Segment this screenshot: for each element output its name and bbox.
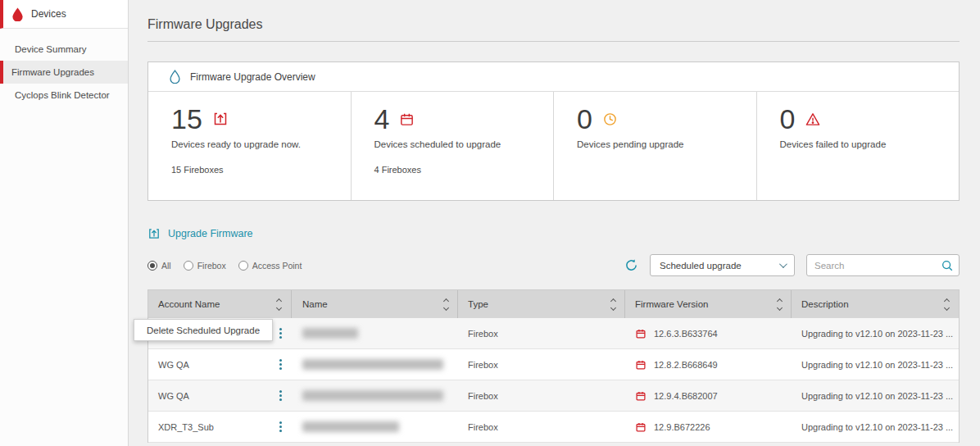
account-cell: WG QA xyxy=(148,360,292,370)
upgrade-firmware-label: Upgrade Firmware xyxy=(168,228,253,239)
stat-pending-upgrade: 0 Devices pending upgrade xyxy=(554,92,757,200)
table-controls: Scheduled upgrade xyxy=(624,254,960,276)
name-cell xyxy=(292,328,458,339)
menu-item-delete-scheduled-upgrade[interactable]: Delete Scheduled Upgrade xyxy=(147,325,260,335)
firmware-version-cell: 12.9.B672226 xyxy=(625,421,792,433)
description-cell: Upgrading to v12.10 on 2023-11-23 ... xyxy=(792,391,959,401)
stat-label: Devices pending upgrade xyxy=(577,139,748,149)
drop-outline-icon xyxy=(169,70,181,84)
table-row[interactable]: XDR_T3_Sub Firebox 12.9.B672226 Upgradin… xyxy=(148,412,959,443)
stat-sublabel: 15 Fireboxes xyxy=(171,165,343,175)
column-label: Name xyxy=(302,299,328,309)
calendar-icon xyxy=(635,390,647,402)
search-icon[interactable] xyxy=(941,259,954,272)
row-menu-button[interactable] xyxy=(279,332,282,334)
firmware-version: 12.9.4.B682007 xyxy=(654,391,718,401)
upload-icon xyxy=(212,111,229,127)
device-type-filter: All Firebox Access Point xyxy=(147,261,302,271)
account-cell: WG QA xyxy=(148,391,292,401)
name-cell xyxy=(292,421,458,432)
overview-title: Firmware Upgrade Overview xyxy=(190,71,315,83)
upload-icon xyxy=(147,227,161,240)
stat-scheduled-to-upgrade: 4 Devices scheduled to upgrade 4 Firebox… xyxy=(352,92,555,200)
upgrade-status-dropdown[interactable]: Scheduled upgrade xyxy=(650,254,795,276)
calendar-icon xyxy=(399,112,415,127)
sort-icon[interactable] xyxy=(277,299,281,310)
sidebar-item-label: Firmware Upgrades xyxy=(11,67,94,77)
stat-sublabel: 4 Fireboxes xyxy=(374,165,546,175)
firmware-version-cell: 12.8.2.B668649 xyxy=(625,359,792,371)
redacted-name-blur xyxy=(302,328,358,339)
name-cell xyxy=(292,359,458,370)
search-input[interactable] xyxy=(814,261,941,271)
filter-row: All Firebox Access Point Scheduled upgra… xyxy=(147,254,960,276)
column-label: Account Name xyxy=(158,299,220,309)
stat-value: 4 xyxy=(374,105,390,133)
description-cell: Upgrading to v12.10 on 2023-11-23 ... xyxy=(792,422,959,432)
sidebar-item-label: Device Summary xyxy=(15,44,87,54)
sidebar-header[interactable]: Devices xyxy=(0,0,128,29)
type-cell: Firebox xyxy=(458,422,625,432)
type-cell: Firebox xyxy=(458,360,625,370)
stat-failed-to-upgrade: 0 Devices failed to upgrade xyxy=(757,92,960,200)
column-header-type[interactable]: Type xyxy=(458,290,625,318)
redacted-name-blur xyxy=(302,390,443,401)
type-cell: Firebox xyxy=(458,329,625,339)
sidebar-item-cyclops-blink-detector[interactable]: Cyclops Blink Detector xyxy=(0,84,128,107)
radio-label: Access Point xyxy=(252,261,302,271)
stat-value: 0 xyxy=(577,105,592,133)
table-row[interactable]: WG QA Firebox 12.8.2.B668649 Upgrading t… xyxy=(148,349,959,380)
sidebar-item-firmware-upgrades[interactable]: Firmware Upgrades xyxy=(0,61,128,84)
column-header-description[interactable]: Description xyxy=(792,290,959,318)
chevron-down-icon xyxy=(779,260,787,268)
sidebar-header-label: Devices xyxy=(31,8,66,20)
row-menu-button[interactable] xyxy=(279,363,282,366)
row-menu-button[interactable] xyxy=(279,426,282,428)
sort-icon[interactable] xyxy=(444,299,448,310)
page-title: Firmware Upgrades xyxy=(147,0,960,32)
firmware-version: 12.8.2.B668649 xyxy=(654,360,718,370)
firmware-version-cell: 12.9.4.B682007 xyxy=(625,390,792,402)
radio-dot xyxy=(184,261,193,271)
radio-all[interactable]: All xyxy=(147,261,171,271)
firmware-version-cell: 12.6.3.B633764 xyxy=(625,328,792,339)
account-name: XDR_T3_Sub xyxy=(158,422,214,432)
radio-access-point[interactable]: Access Point xyxy=(238,261,302,271)
row-menu-button[interactable] xyxy=(279,394,282,397)
stat-value: 0 xyxy=(780,105,796,133)
refresh-button[interactable] xyxy=(624,257,639,273)
table-row[interactable]: WG QA Firebox 12.9.4.B682007 Upgrading t… xyxy=(148,380,959,412)
stat-label: Devices failed to upgrade xyxy=(780,139,951,149)
radio-label: All xyxy=(161,261,171,271)
radio-dot xyxy=(147,261,157,271)
name-cell xyxy=(292,390,458,401)
sort-icon[interactable] xyxy=(611,299,615,310)
stat-value: 15 xyxy=(171,105,202,133)
upgrade-firmware-button[interactable]: Upgrade Firmware xyxy=(147,227,253,240)
sidebar-menu: Device Summary Firmware Upgrades Cyclops… xyxy=(0,38,128,107)
stat-ready-to-upgrade: 15 Devices ready to upgrade now. 15 Fire… xyxy=(148,92,352,200)
sidebar-item-device-summary[interactable]: Device Summary xyxy=(0,38,128,61)
sort-icon[interactable] xyxy=(945,299,949,310)
column-header-name[interactable]: Name xyxy=(292,290,458,318)
radio-firebox[interactable]: Firebox xyxy=(184,261,226,271)
sidebar-item-label: Cyclops Blink Detector xyxy=(15,90,110,100)
warning-icon xyxy=(805,112,821,127)
sort-icon[interactable] xyxy=(778,299,782,310)
stat-label: Devices ready to upgrade now. xyxy=(171,139,343,149)
radio-dot xyxy=(238,261,248,271)
description-cell: Upgrading to v12.10 on 2023-11-23 ... xyxy=(792,360,959,370)
title-divider xyxy=(147,41,960,42)
main-content: Firmware Upgrades Firmware Upgrade Overv… xyxy=(129,0,980,446)
clock-icon xyxy=(602,112,618,127)
search-box xyxy=(806,254,960,276)
column-label: Description xyxy=(801,299,849,309)
account-name: WG QA xyxy=(158,391,189,401)
column-label: Type xyxy=(468,299,488,309)
column-header-account-name[interactable]: Account Name xyxy=(148,290,292,318)
column-label: Firmware Version xyxy=(635,299,708,309)
row-context-menu: Delete Scheduled Upgrade xyxy=(134,319,273,341)
column-header-firmware-version[interactable]: Firmware Version xyxy=(625,290,792,318)
redacted-name-blur xyxy=(302,421,399,432)
description-cell: Upgrading to v12.10 on 2023-11-23 ... xyxy=(792,329,959,339)
